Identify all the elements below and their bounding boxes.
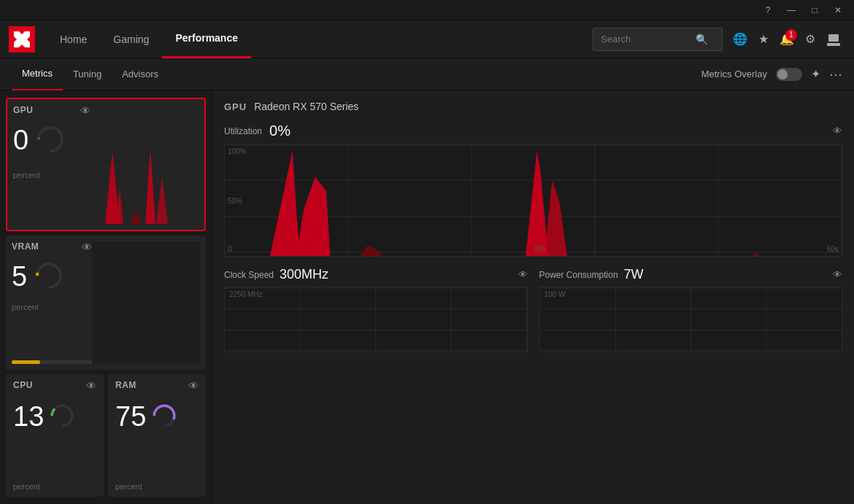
gpu-card[interactable]: GPU 👁 0 percent xyxy=(6,98,206,231)
cpu-unit: percent xyxy=(13,482,96,491)
clock-chart-svg xyxy=(225,287,527,352)
ram-label: RAM xyxy=(115,380,136,390)
ram-gauge xyxy=(150,402,178,430)
tab-metrics[interactable]: Metrics xyxy=(12,58,63,90)
gpu-header-name: Radeon RX 570 Series xyxy=(254,101,358,112)
svg-marker-30 xyxy=(545,180,567,256)
ram-card[interactable]: RAM 👁 75 percent xyxy=(108,374,206,497)
vram-gauge xyxy=(33,260,65,292)
nav-gaming[interactable]: Gaming xyxy=(100,20,162,58)
vram-eye-icon[interactable]: 👁 xyxy=(82,241,92,253)
gpu-mini-chart xyxy=(91,105,199,224)
cpu-card[interactable]: CPU 👁 13 percent xyxy=(6,374,104,497)
tab-advisors[interactable]: Advisors xyxy=(112,58,169,90)
svg-rect-1 xyxy=(827,43,840,46)
cpu-label: CPU xyxy=(13,380,33,390)
util-y-bot: 0 xyxy=(228,245,232,253)
power-consumption-chart: 100 W xyxy=(539,287,843,352)
user-icon[interactable] xyxy=(822,28,845,51)
gpu-header: GPU Radeon RX 570 Series xyxy=(224,101,842,112)
nav-bar: Home Gaming Performance 🔍 🌐 ★ 🔔 1 ⚙ xyxy=(0,20,854,58)
svg-rect-0 xyxy=(828,34,839,42)
tab-tuning[interactable]: Tuning xyxy=(63,58,112,90)
title-bar: ? — □ ✕ xyxy=(0,0,854,20)
nav-performance[interactable]: Performance xyxy=(162,20,251,58)
left-panel: GPU 👁 0 percent xyxy=(0,90,212,504)
gpu-value: 0 xyxy=(13,125,28,156)
dual-metric-section: Clock Speed 300MHz 👁 2250 MHz xyxy=(224,267,842,352)
right-panel: GPU Radeon RX 570 Series Utilization 0% … xyxy=(212,90,854,504)
search-input[interactable] xyxy=(601,34,696,44)
svg-marker-8 xyxy=(131,209,141,224)
gpu-unit: percent xyxy=(13,171,91,179)
vram-unit: percent xyxy=(12,303,92,311)
clock-speed-header: Clock Speed 300MHz 👁 xyxy=(224,267,528,282)
notifications-icon[interactable]: 🔔 1 xyxy=(775,28,799,51)
vram-card-top: VRAM 👁 xyxy=(12,241,92,253)
power-eye-icon[interactable]: 👁 xyxy=(833,269,842,280)
cpu-card-top: CPU 👁 xyxy=(13,380,96,392)
vram-value: 5 xyxy=(12,262,27,292)
metrics-overlay-label: Metrics Overlay xyxy=(701,69,767,80)
vram-chart-area xyxy=(92,241,200,363)
maximize-button[interactable]: □ xyxy=(804,3,825,18)
power-chart-svg xyxy=(540,287,842,352)
gpu-label: GPU xyxy=(13,105,34,115)
metrics-overlay-toggle[interactable] xyxy=(776,68,802,81)
svg-marker-9 xyxy=(145,147,155,224)
cpu-eye-icon[interactable]: 👁 xyxy=(86,380,96,392)
clock-speed-chart-label: 2250 MHz xyxy=(229,290,263,298)
utilization-header: Utilization 0% 👁 xyxy=(224,123,842,139)
search-icon: 🔍 xyxy=(696,34,708,45)
utilization-value: 0% xyxy=(269,123,291,139)
favorites-icon[interactable]: ★ xyxy=(752,28,775,51)
minimize-button[interactable]: — xyxy=(781,3,801,18)
utilization-chart: 100% 50% 0 30s 60s xyxy=(224,144,842,257)
clock-speed-eye-icon[interactable]: 👁 xyxy=(518,269,528,280)
clock-speed-value: 300MHz xyxy=(280,267,328,282)
svg-marker-10 xyxy=(156,177,168,224)
power-chart-label: 100 W xyxy=(545,290,566,298)
search-box[interactable]: 🔍 xyxy=(593,28,723,51)
gpu-eye-icon[interactable]: 👁 xyxy=(80,105,91,117)
amd-logo xyxy=(9,26,35,53)
power-consumption-header: Power Consumption 7W 👁 xyxy=(539,267,843,282)
utilization-title: Utilization xyxy=(224,126,262,136)
svg-marker-31 xyxy=(751,252,760,256)
power-consumption-title: Power Consumption xyxy=(539,270,618,280)
globe-icon[interactable]: 🌐 xyxy=(728,28,752,51)
ram-unit: percent xyxy=(115,482,199,491)
vram-bar-fill xyxy=(12,360,40,364)
sub-nav: Metrics Tuning Advisors Metrics Overlay … xyxy=(0,58,854,90)
util-y-top: 100% xyxy=(228,147,247,155)
window-controls: ? — □ ✕ xyxy=(758,3,848,18)
util-y-mid: 50% xyxy=(228,196,242,204)
settings-icon[interactable]: ⚙ xyxy=(799,28,822,51)
ram-eye-icon[interactable]: 👁 xyxy=(188,380,199,392)
main-content: GPU 👁 0 percent xyxy=(0,90,854,504)
toggle-knob xyxy=(777,69,788,80)
help-button[interactable]: ? xyxy=(758,3,778,18)
svg-marker-28 xyxy=(360,245,382,256)
close-button[interactable]: ✕ xyxy=(828,3,848,18)
clock-speed-section: Clock Speed 300MHz 👁 2250 MHz xyxy=(224,267,528,352)
sparkle-icon[interactable]: ✦ xyxy=(811,67,820,81)
nav-home[interactable]: Home xyxy=(47,20,100,58)
ram-card-top: RAM 👁 xyxy=(115,380,199,392)
gpu-header-label: GPU xyxy=(224,101,247,112)
util-x-60: 60s xyxy=(827,245,839,253)
vram-bar-area xyxy=(12,360,92,364)
vram-card[interactable]: VRAM 👁 5 percent xyxy=(6,236,206,369)
util-x-30: 30s xyxy=(534,245,545,253)
svg-point-11 xyxy=(37,264,61,287)
notification-badge: 1 xyxy=(785,29,797,41)
utilization-eye-icon[interactable]: 👁 xyxy=(833,125,842,136)
gpu-card-top: GPU 👁 xyxy=(13,105,91,117)
cpu-gauge xyxy=(48,402,76,430)
more-icon[interactable]: ⋯ xyxy=(829,66,842,82)
utilization-section: Utilization 0% 👁 100% 50% 0 30s 60s xyxy=(224,123,842,257)
power-consumption-section: Power Consumption 7W 👁 100 W xyxy=(539,267,843,352)
svg-point-13 xyxy=(52,406,72,426)
ram-value: 75 xyxy=(115,402,146,433)
cpu-value: 13 xyxy=(13,402,44,433)
